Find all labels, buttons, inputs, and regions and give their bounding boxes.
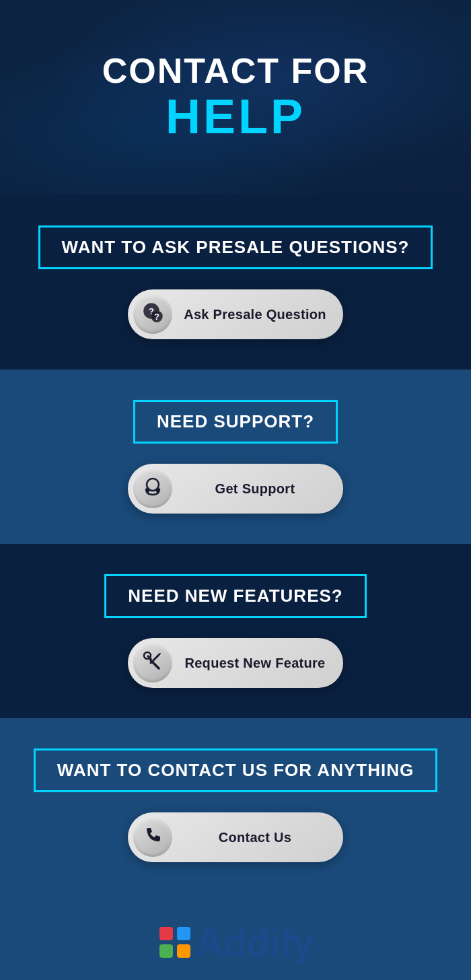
ask-presale-button[interactable]: ? ? Ask Presale Question <box>128 289 343 339</box>
svg-rect-14 <box>177 927 190 940</box>
hero-title: CONTACT FOR HELP <box>102 52 369 143</box>
features-button-label: Request New Feature <box>172 656 338 671</box>
brand-name-text: Addify <box>196 919 313 965</box>
chat-question-icon: ? ? <box>142 302 164 328</box>
presale-heading: WANT TO ASK PRESALE QUESTIONS? <box>38 225 433 269</box>
hero-line1: CONTACT FOR <box>102 52 369 90</box>
get-support-button[interactable]: Get Support <box>128 464 343 514</box>
support-heading: NEED SUPPORT? <box>133 400 338 444</box>
features-icon-wrap <box>133 643 172 682</box>
hero-line2: HELP <box>102 90 369 143</box>
contact-button-label: Contact Us <box>172 830 338 845</box>
phone-icon <box>141 824 164 851</box>
contact-heading: WANT TO CONTACT US FOR ANYTHING <box>34 748 437 792</box>
contact-section: WANT TO CONTACT US FOR ANYTHING Contact … <box>0 718 471 893</box>
addify-logo-icon <box>158 925 192 959</box>
svg-rect-13 <box>159 927 173 940</box>
features-section: NEED NEW FEATURES? Request New Feature <box>0 544 471 718</box>
support-button-label: Get Support <box>172 481 338 497</box>
brand-logo: Addify <box>158 919 313 965</box>
contact-us-button[interactable]: Contact Us <box>128 812 343 862</box>
hero-section: CONTACT FOR HELP <box>0 0 471 195</box>
request-feature-button[interactable]: Request New Feature <box>128 638 343 688</box>
svg-text:?: ? <box>154 312 159 322</box>
presale-section: WANT TO ASK PRESALE QUESTIONS? ? ? Ask P… <box>0 195 471 370</box>
presale-icon-wrap: ? ? <box>133 295 172 334</box>
svg-rect-15 <box>159 944 173 958</box>
svg-line-12 <box>159 654 160 655</box>
svg-rect-16 <box>177 944 190 958</box>
wrench-icon <box>141 650 164 677</box>
support-section: NEED SUPPORT? Get Support <box>0 370 471 544</box>
footer-section: Addify <box>0 893 471 980</box>
features-heading: NEED NEW FEATURES? <box>104 574 366 618</box>
support-icon-wrap <box>133 469 172 508</box>
contact-icon-wrap <box>133 818 172 857</box>
headset-icon <box>141 475 164 503</box>
presale-button-label: Ask Presale Question <box>172 307 338 322</box>
